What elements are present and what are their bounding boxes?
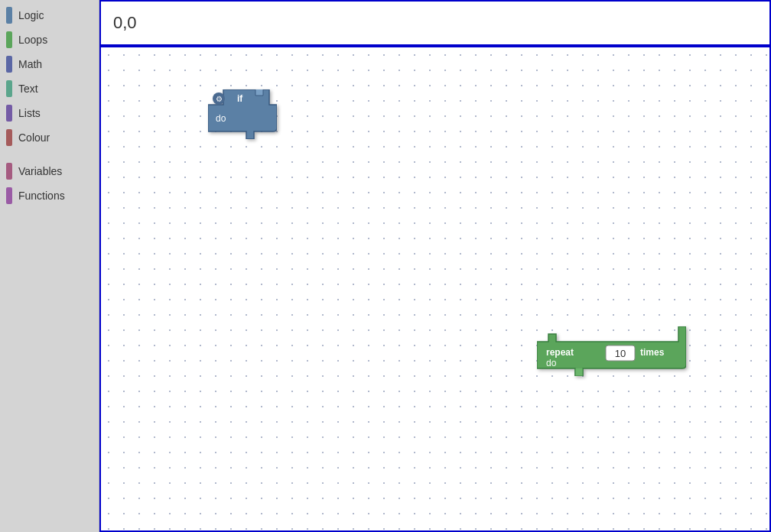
- canvas-area[interactable]: ⚙ if do repeat: [99, 46, 771, 532]
- sidebar-label-colour: Colour: [18, 131, 50, 144]
- variables-color-bar: [6, 163, 12, 180]
- sidebar-item-colour[interactable]: Colour: [0, 125, 99, 150]
- coord-bar: 0,0: [99, 0, 771, 46]
- sidebar-item-functions[interactable]: Functions: [0, 183, 99, 208]
- workspace-area: 0,0 ⚙ if do: [99, 0, 771, 532]
- colour-color-bar: [6, 129, 12, 146]
- svg-text:repeat: repeat: [546, 347, 574, 358]
- sidebar-label-loops: Loops: [18, 34, 47, 46]
- text-color-bar: [6, 80, 12, 97]
- math-color-bar: [6, 56, 12, 73]
- app-container: Logic Loops Math Text Lists Colour Varia…: [0, 0, 771, 532]
- svg-text:⚙: ⚙: [216, 95, 223, 103]
- sidebar-spacer: [0, 150, 99, 159]
- repeat-block-svg: repeat 10 times do: [537, 326, 686, 376]
- if-block[interactable]: ⚙ if do: [208, 89, 277, 142]
- coord-label: 0,0: [113, 13, 137, 33]
- sidebar-item-lists[interactable]: Lists: [0, 101, 99, 125]
- svg-text:do: do: [546, 358, 557, 368]
- sidebar-label-text: Text: [18, 83, 38, 95]
- sidebar-item-text[interactable]: Text: [0, 76, 99, 101]
- sidebar-item-logic[interactable]: Logic: [0, 3, 99, 28]
- svg-text:if: if: [237, 93, 243, 104]
- sidebar: Logic Loops Math Text Lists Colour Varia…: [0, 0, 99, 532]
- sidebar-item-loops[interactable]: Loops: [0, 28, 99, 52]
- sidebar-item-math[interactable]: Math: [0, 52, 99, 76]
- sidebar-label-logic: Logic: [18, 9, 44, 21]
- sidebar-label-math: Math: [18, 58, 42, 70]
- sidebar-label-functions: Functions: [18, 190, 65, 202]
- sidebar-item-variables[interactable]: Variables: [0, 159, 99, 183]
- loops-color-bar: [6, 31, 12, 48]
- sidebar-label-lists: Lists: [18, 107, 41, 119]
- repeat-block[interactable]: repeat 10 times do: [537, 326, 686, 379]
- if-block-svg: ⚙ if do: [208, 89, 277, 139]
- svg-text:do: do: [216, 113, 226, 124]
- svg-text:10: 10: [615, 348, 626, 359]
- functions-color-bar: [6, 187, 12, 204]
- logic-color-bar: [6, 7, 12, 24]
- svg-text:times: times: [640, 347, 665, 358]
- sidebar-label-variables: Variables: [18, 165, 62, 177]
- lists-color-bar: [6, 105, 12, 122]
